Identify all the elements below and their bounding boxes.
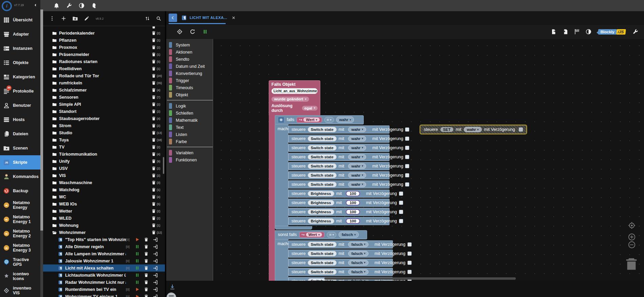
script-row-wohnzimmer-tv-ein-aus-1[interactable]: Wohnzimmer TV ein/aus 1[0]: [43, 293, 165, 297]
toolbox-category-mathematik[interactable]: Mathematik: [166, 117, 213, 124]
export-icon[interactable]: [153, 258, 158, 264]
delay-checkbox[interactable]: [399, 192, 403, 196]
value-dropdown[interactable]: wahr▾: [348, 182, 366, 187]
trash-icon[interactable]: [144, 244, 149, 249]
pause-icon[interactable]: [135, 280, 140, 285]
folder-row-präsenzmelder[interactable]: Präsenzmelder(1): [43, 51, 165, 58]
trash-icon[interactable]: [151, 31, 156, 36]
value-dropdown[interactable]: Wert▾: [303, 118, 319, 122]
script-row-radar-wohnzimmer-licht-nur-ausschalter[interactable]: Radar Wohnzimmer Licht nur ausschalter: [43, 279, 165, 286]
sidebar-item-objekte[interactable]: Objekte: [0, 56, 40, 70]
folder-row-usv[interactable]: USV(2): [43, 165, 165, 172]
control-state-block[interactable]: steuereSwitch statemitfalsch▾mit Verzöge…: [288, 268, 393, 276]
trigger-value-block[interactable]: ↪ Wert▾: [297, 117, 322, 123]
folder-row-watchdog[interactable]: Watchdog(1): [43, 186, 165, 193]
value-dropdown[interactable]: falsch▾: [348, 260, 368, 265]
sidebar-item-tractive-gps[interactable]: Tractive GPS: [0, 255, 40, 269]
folder-row-tv[interactable]: TV(2): [43, 143, 165, 151]
state-field[interactable]: SET: [440, 127, 453, 132]
theme-icon[interactable]: [585, 28, 592, 35]
sidebar-item-übersicht[interactable]: Übersicht: [0, 13, 40, 27]
folder-row-strom[interactable]: Strom(2): [43, 122, 165, 129]
search-icon[interactable]: [156, 16, 162, 21]
toolbox-category-variablen[interactable]: Variablen: [166, 149, 213, 156]
delay-checkbox[interactable]: [405, 155, 409, 159]
elseif-block-header[interactable]: sonst falls ↪ Wert▾ =▾ falsch▾: [275, 230, 367, 239]
play-icon[interactable]: [135, 287, 140, 292]
trash-icon[interactable]: [151, 130, 156, 135]
control-state-block[interactable]: steuereBrightnessmit100mit Verzögerung: [288, 190, 390, 198]
delay-checkbox[interactable]: [405, 127, 409, 132]
sidebar-item-szenen[interactable]: Szenen: [0, 141, 40, 155]
delay-checkbox[interactable]: [519, 127, 523, 132]
close-tab-icon[interactable]: [231, 16, 236, 20]
import-blocks-icon[interactable]: [562, 28, 569, 35]
state-field[interactable]: Brightness: [308, 209, 334, 215]
folder-row-schlafzimmer[interactable]: Schlafzimmer(4): [43, 86, 165, 94]
object-id-field[interactable]: Licht_an_aus_Wohnzimmer: [271, 88, 318, 94]
folder-row-wohnzimmer[interactable]: Wohnzimmer(12): [43, 229, 165, 236]
pause-icon[interactable]: [135, 251, 140, 256]
state-field[interactable]: Switch state: [308, 251, 337, 256]
trash-icon[interactable]: [151, 180, 156, 185]
trash-icon[interactable]: [144, 265, 149, 271]
toolbox-category-listen[interactable]: Listen: [166, 131, 213, 138]
play-icon[interactable]: [135, 294, 140, 297]
script-row-lichtautomatik-wohnzimmer-über-präsen[interactable]: Lichtautomatik Wohnzimmer über Präsen:: [43, 272, 165, 279]
value-dropdown[interactable]: falsch▾: [348, 269, 368, 275]
language-toggle[interactable]: Blockly /JS: [598, 29, 626, 35]
folder-row-roellidiven[interactable]: Roellidiven(1): [43, 65, 165, 72]
trash-icon[interactable]: [144, 280, 149, 285]
toolbox-category-system[interactable]: System: [166, 41, 213, 48]
trash-icon[interactable]: [144, 294, 149, 297]
state-field[interactable]: Brightness: [308, 191, 334, 196]
script-row-alle-dimmer-regeln[interactable]: Alle Dimmer regeln[0]: [43, 243, 165, 250]
sidebar-item-netatmo-energy-2[interactable]: mNetatmo Energy 2: [0, 226, 40, 241]
menu-dots-icon[interactable]: [49, 16, 55, 21]
value-dropdown[interactable]: wahr▾: [348, 127, 366, 132]
trash-icon[interactable]: [151, 52, 156, 57]
sidebar-item-netatmo-energy-1[interactable]: mNetatmo Energy 1: [0, 212, 40, 226]
export-icon[interactable]: [153, 287, 158, 292]
tree-scrollbar[interactable]: [163, 157, 164, 174]
refresh-icon[interactable]: [189, 28, 196, 35]
state-field[interactable]: Switch state: [308, 163, 337, 169]
control-state-block[interactable]: steuereBrightnessmit100mit Verzögerung: [288, 217, 390, 225]
toolbox-category-timeouts[interactable]: Timeouts: [166, 84, 213, 91]
sidebar-item-icontwo-icons[interactable]: icontwo Icons: [0, 269, 40, 283]
trash-icon[interactable]: [151, 201, 156, 206]
value-dropdown[interactable]: wahr▾: [348, 154, 366, 160]
value-dropdown[interactable]: falsch▾: [348, 251, 368, 256]
delay-checkbox[interactable]: [399, 201, 403, 205]
folder-row-unify[interactable]: Unify(9): [43, 158, 165, 165]
control-state-block[interactable]: steuereSwitch statemitfalsch▾mit Verzöge…: [288, 259, 393, 267]
trash-icon[interactable]: [144, 237, 149, 242]
control-state-block[interactable]: steuereBrightnessmit100mit Verzögerung: [288, 199, 390, 207]
collapse-sidebar-icon[interactable]: ‹: [35, 2, 36, 7]
trash-icon[interactable]: [151, 66, 156, 71]
trash-icon[interactable]: [144, 251, 149, 256]
delay-checkbox[interactable]: [405, 164, 409, 168]
pause-script-icon[interactable]: [202, 28, 208, 35]
state-field[interactable]: Switch state: [308, 242, 337, 247]
folder-row-tuya[interactable]: Tuya(18): [43, 136, 165, 143]
folder-row-türkommunikation[interactable]: Türkommunikation(4): [43, 151, 165, 158]
folder-row-wohnung[interactable]: Wohnung(1): [43, 222, 165, 229]
console-icon[interactable]: [166, 292, 177, 297]
canvas-horizontal-scrollbar[interactable]: [324, 277, 516, 280]
delay-checkbox[interactable]: [405, 182, 409, 186]
toolbox-category-aktionen[interactable]: Aktionen: [166, 48, 213, 56]
add-folder-icon[interactable]: [72, 16, 78, 21]
theme-icon[interactable]: [78, 2, 85, 9]
export-icon[interactable]: [153, 280, 158, 285]
bell-icon[interactable]: [53, 2, 60, 9]
delay-checkbox[interactable]: [408, 261, 412, 265]
folder-row-rumfrickeln[interactable]: rumfrickeln(35): [43, 79, 165, 86]
trash-icon[interactable]: [151, 116, 156, 121]
control-state-block[interactable]: steuereSwitch statemitwahr▾mit Verzögeru…: [288, 135, 390, 143]
trash-icon[interactable]: [151, 216, 156, 221]
folder-row-wled[interactable]: WLED(2): [43, 215, 165, 222]
trash-icon[interactable]: [151, 95, 156, 100]
wrench-icon[interactable]: [632, 28, 639, 35]
zoom-to-fit-icon[interactable]: [627, 221, 636, 230]
